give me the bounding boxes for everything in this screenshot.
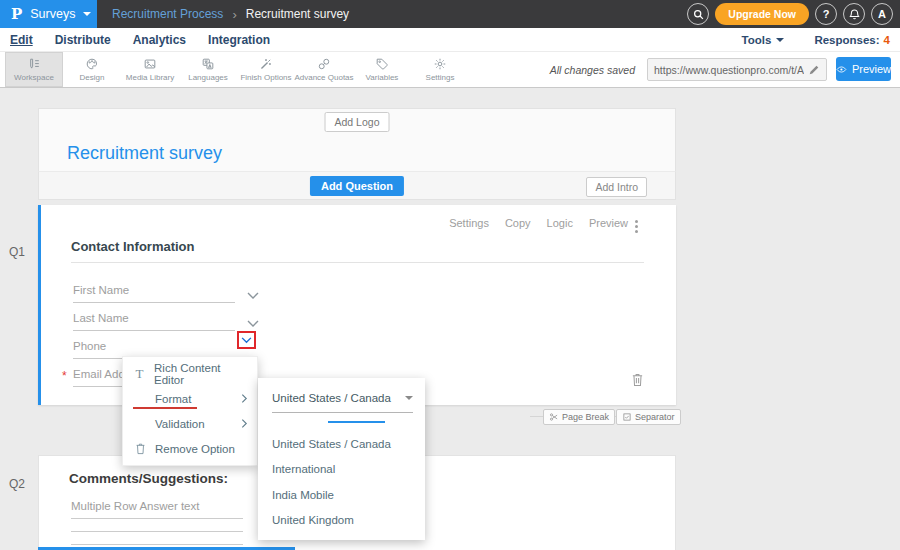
delete-question-icon[interactable] [631, 372, 644, 391]
survey-link-field[interactable] [647, 58, 827, 81]
breadcrumb: Recruitment Process › Recruitment survey [112, 0, 349, 28]
toolbar-item-workspace[interactable]: Workspace [5, 52, 63, 87]
tools-menu[interactable]: Tools [742, 34, 785, 46]
separator-icon [622, 412, 632, 422]
format-option-india-mobile[interactable]: India Mobile [272, 482, 415, 508]
toolbar-item-media-library[interactable]: Media Library [121, 52, 179, 87]
textarea-line [71, 531, 243, 532]
tag-icon [375, 57, 389, 71]
field-label-phone[interactable]: Phone [73, 340, 106, 352]
breadcrumb-folder[interactable]: Recruitment Process [112, 7, 223, 21]
toolbar-item-finish-options[interactable]: Finish Options [237, 52, 295, 87]
toolbar-item-variables[interactable]: Variables [353, 52, 411, 87]
wand-icon [259, 57, 273, 71]
nav-right: Tools Responses:4 [742, 28, 890, 52]
tools-label: Tools [742, 34, 772, 46]
format-select[interactable]: United States / Canada [272, 392, 413, 404]
menu-item-validation[interactable]: Validation [123, 411, 257, 436]
toolbar-item-settings[interactable]: Settings [411, 52, 469, 87]
question-title-q1[interactable]: Contact Information [71, 239, 195, 254]
bell-icon [848, 8, 861, 21]
tab-integration[interactable]: Integration [208, 33, 270, 47]
top-navigation-bar: P Surveys Recruitment Process › Recruitm… [0, 0, 900, 28]
multirow-answer-placeholder[interactable]: Multiple Row Answer text [71, 500, 199, 512]
page-break-button[interactable]: Page Break [543, 409, 615, 425]
search-icon [692, 8, 705, 21]
toolbar-item-advance-quotas[interactable]: Advance Quotas [295, 52, 353, 87]
image-icon [143, 57, 157, 71]
add-question-button[interactable]: Add Question [310, 176, 404, 196]
question-number-q2: Q2 [9, 477, 25, 491]
toolbar-items: Workspace Design Media Library Languages… [5, 52, 469, 87]
add-intro-button[interactable]: Add Intro [586, 177, 647, 197]
required-asterisk: * [62, 369, 67, 383]
field-label-last-name[interactable]: Last Name [73, 312, 129, 324]
questionpro-survey-editor: P Surveys Recruitment Process › Recruitm… [0, 0, 900, 550]
select-caret-icon [405, 396, 413, 400]
notifications-button[interactable] [843, 3, 865, 25]
survey-header-card: Add Logo Recruitment survey [38, 108, 676, 171]
workspace-icon [27, 57, 41, 71]
question-actions: Settings Copy Logic Preview [449, 217, 628, 229]
question-preview-link[interactable]: Preview [589, 217, 628, 229]
annotation-highlight-box [237, 331, 256, 349]
responses-count: 4 [884, 34, 890, 46]
textarea-line [71, 544, 243, 545]
question-kebab-menu-icon[interactable] [635, 218, 638, 235]
tab-analytics[interactable]: Analytics [133, 33, 186, 47]
preview-button[interactable]: Preview [836, 57, 891, 81]
submenu-chevron-right-icon [241, 418, 248, 431]
tab-list: Edit Distribute Analytics Integration [10, 28, 270, 52]
upgrade-now-button[interactable]: Upgrade Now [715, 3, 809, 25]
preview-label: Preview [852, 63, 891, 75]
separator-button[interactable]: Separator [616, 409, 681, 425]
scissors-icon [549, 412, 559, 422]
responses-link[interactable]: Responses:4 [814, 34, 890, 46]
field-underline [73, 302, 235, 303]
menu-item-format[interactable]: Format [123, 386, 257, 411]
surveys-app-switcher[interactable]: P Surveys [0, 0, 97, 28]
responses-label: Responses: [814, 34, 879, 46]
add-question-row: Add Question Add Intro [38, 171, 676, 200]
format-options-list: United States / Canada International Ind… [272, 431, 415, 533]
survey-url-input[interactable] [654, 64, 804, 76]
format-option-international[interactable]: International [272, 457, 415, 483]
gear-icon [433, 57, 447, 71]
rich-text-icon: T [133, 366, 146, 382]
tab-distribute[interactable]: Distribute [55, 33, 111, 47]
edit-pencil-icon[interactable] [808, 64, 820, 76]
survey-title[interactable]: Recruitment survey [67, 143, 222, 164]
questionpro-logo: P [11, 5, 22, 23]
field-options-chevron-icon[interactable] [247, 314, 259, 332]
chevron-down-icon [83, 12, 91, 16]
toolbar-item-design[interactable]: Design [63, 52, 121, 87]
palette-icon [85, 57, 99, 71]
question-logic-link[interactable]: Logic [547, 217, 573, 229]
format-option-us-canada[interactable]: United States / Canada [272, 431, 415, 457]
field-options-chevron-icon[interactable] [247, 286, 259, 304]
menu-item-remove-option[interactable]: Remove Option [123, 436, 257, 461]
chevron-down-icon [776, 38, 784, 42]
survey-section-tabs: Edit Distribute Analytics Integration To… [0, 28, 900, 52]
help-button[interactable]: ? [815, 3, 837, 25]
question-settings-link[interactable]: Settings [449, 217, 489, 229]
question-copy-link[interactable]: Copy [505, 217, 531, 229]
toolbar-item-languages[interactable]: Languages [179, 52, 237, 87]
breadcrumb-separator-icon: › [232, 7, 236, 22]
eye-icon [836, 63, 847, 76]
question-title-q2[interactable]: Comments/Suggestions: [69, 471, 228, 486]
format-option-united-kingdom[interactable]: United Kingdom [272, 508, 415, 534]
question-number-q1: Q1 [9, 245, 25, 259]
avatar[interactable]: A [871, 3, 893, 25]
tab-edit[interactable]: Edit [10, 33, 33, 47]
add-logo-button[interactable]: Add Logo [325, 112, 390, 132]
textarea-line [71, 518, 243, 519]
field-options-chevron-icon-active[interactable] [241, 337, 252, 344]
search-button[interactable] [687, 3, 709, 25]
survey-canvas: Add Logo Recruitment survey Add Question… [0, 88, 900, 550]
app-name: Surveys [30, 7, 75, 21]
menu-item-rich-content-editor[interactable]: T Rich Content Editor [123, 361, 257, 386]
field-label-first-name[interactable]: First Name [73, 284, 129, 296]
links-icon [317, 57, 331, 71]
field-underline [73, 330, 235, 331]
